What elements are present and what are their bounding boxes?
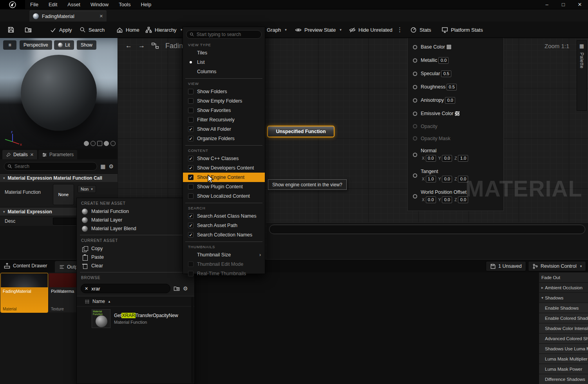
filter-item-show-localized-content[interactable]: Show Localized Content [183, 191, 265, 201]
checkbox[interactable] [188, 108, 194, 113]
pin-opacity[interactable]: Opacity [408, 120, 503, 132]
checkbox[interactable]: ✓ [188, 232, 194, 238]
checkbox[interactable]: ✓ [188, 223, 194, 228]
property-row-luma-mask-multiplier[interactable]: Luma Mask Multiplier [539, 354, 588, 364]
context-item-material-function[interactable]: Material Function [77, 207, 194, 216]
stats-search-box[interactable] [269, 225, 585, 234]
pin-value-input[interactable]: 0.0 [442, 176, 452, 182]
filter-item-thumbnail-edit-mode[interactable]: Thumbnail Edit Mode [183, 260, 265, 269]
unspecified-function-node[interactable]: Unspecified Function [267, 126, 335, 137]
close-button[interactable]: ✕ [572, 0, 588, 9]
pin-normal[interactable]: NormalX0.0Y0.0Z1.0 [408, 144, 503, 165]
pin-circle-icon[interactable] [413, 136, 417, 141]
color-swatch[interactable] [454, 111, 460, 116]
property-row-shadow-color-intensity[interactable]: Shadow Color Intensity [539, 323, 588, 334]
context-item-copy[interactable]: Copy [77, 244, 194, 253]
pin-anisotropy[interactable]: Anisotropy0.0 [408, 94, 503, 107]
filter-item-search-collection-names[interactable]: ✓Search Collection Names [183, 230, 265, 240]
property-row-ambient-occlusion[interactable]: ▸Ambient Occlusion [539, 283, 588, 293]
close-icon[interactable]: ✕ [30, 152, 34, 157]
graph-button[interactable]: Graph▾ [265, 24, 289, 35]
menu-help[interactable]: Help [136, 0, 156, 9]
checkbox[interactable] [188, 193, 194, 199]
preview-state-button[interactable]: Preview State▾ [293, 24, 344, 35]
tab-fadingmaterial[interactable]: FadingMaterial ✕ [29, 11, 107, 22]
graph-back-button[interactable]: ← [125, 42, 132, 50]
color-swatch[interactable] [446, 44, 452, 50]
menu-window[interactable]: Window [85, 0, 114, 9]
menu-edit[interactable]: Edit [43, 0, 62, 9]
menu-tools[interactable]: Tools [114, 0, 136, 9]
tab-parameters[interactable]: Parameters [38, 150, 77, 159]
settings-gear-icon[interactable]: ⚙ [109, 163, 114, 169]
filter-item-show-empty-folders[interactable]: Show Empty Folders [183, 96, 265, 106]
property-row-difference-shadows[interactable]: Difference Shadows [539, 374, 588, 384]
asset-search-field[interactable] [91, 286, 154, 292]
viewport-menu-button[interactable]: ≡ [3, 40, 16, 50]
property-row-enable-shadows[interactable]: Enable Shadows [539, 303, 588, 313]
pin-circle-icon[interactable] [413, 194, 417, 198]
preview-cylinder-button[interactable] [84, 141, 89, 146]
pin-emissive-color[interactable]: Emissive Color [408, 107, 503, 120]
pin-value-input[interactable]: 0.5 [441, 70, 451, 77]
pin-value-input[interactable]: 0.0 [445, 97, 455, 104]
filter-item-show-developers-content[interactable]: ✓Show Developers Content [183, 163, 265, 173]
unsaved-button[interactable]: 1 Unsaved [486, 261, 526, 271]
expand-arrow-icon[interactable]: ▸ [541, 285, 543, 290]
property-row-fade-out[interactable]: Fade Out [539, 272, 588, 283]
details-search-input[interactable] [4, 162, 97, 171]
property-row-shadows-use-luma-m[interactable]: Shadows Use Luma M [539, 344, 588, 354]
pin-value-input[interactable]: 0.0 [426, 197, 436, 203]
filter-item-search-asset-path[interactable]: ✓Search Asset Path [183, 221, 265, 230]
filter-item-show-folders[interactable]: Show Folders [183, 87, 265, 96]
save-button[interactable] [5, 24, 16, 35]
pin-value-input[interactable]: 1.0 [458, 155, 468, 162]
home-button[interactable]: Home [114, 24, 141, 35]
more-options-icon[interactable]: ⋮ [395, 24, 405, 35]
pin-value-input[interactable]: 0.0 [426, 155, 436, 162]
material-function-dropdown[interactable]: Non ▾ [78, 185, 96, 193]
context-item-clear[interactable]: Clear [77, 261, 194, 270]
checkbox[interactable] [188, 89, 194, 94]
filter-item-show-favorites[interactable]: Show Favorites [183, 106, 265, 115]
graph-forward-button[interactable]: → [138, 42, 145, 50]
checkbox[interactable]: ✓ [188, 213, 194, 219]
search-button[interactable]: Search [78, 24, 107, 35]
pin-value-input[interactable]: 1.0 [426, 176, 436, 182]
checkbox[interactable]: ✓ [188, 156, 194, 161]
checkbox[interactable] [188, 271, 194, 276]
sort-ascending-icon[interactable]: ▲ [108, 300, 111, 303]
checkbox[interactable]: ✓ [188, 175, 194, 180]
preview-sphere-button[interactable] [90, 141, 96, 146]
content-drawer-button[interactable]: Content Drawer [4, 263, 47, 269]
preview-mesh-button[interactable] [110, 141, 116, 146]
filter-item-show-c-classes[interactable]: ✓Show C++ Classes [183, 154, 265, 163]
display-filter-icon[interactable]: ▦ [100, 163, 105, 169]
preview-cube-button[interactable] [104, 141, 109, 146]
column-header-name[interactable]: Name [92, 299, 105, 304]
property-row-luma-mask-power[interactable]: Luma Mask Power [539, 364, 588, 374]
perspective-button[interactable]: Perspective [20, 40, 52, 50]
lit-mode-button[interactable]: Lit [54, 40, 74, 50]
pin-circle-icon[interactable] [413, 72, 417, 76]
menu-asset[interactable]: Asset [62, 0, 85, 9]
property-row-shadows[interactable]: ▾Shadows [539, 293, 588, 303]
menu-file[interactable]: File [25, 0, 43, 9]
filter-search-input[interactable] [186, 30, 262, 39]
scrollbar[interactable] [191, 297, 194, 383]
pin-circle-icon[interactable] [413, 98, 417, 103]
checkbox[interactable] [188, 98, 194, 104]
browse-to-asset-button[interactable] [23, 24, 34, 35]
pin-circle-icon[interactable] [413, 153, 417, 157]
filter-item-list[interactable]: List [183, 58, 265, 67]
filter-item-tiles[interactable]: Tiles [183, 48, 265, 58]
platform-stats-button[interactable]: Platform Stats [440, 24, 485, 35]
pin-circle-icon[interactable] [413, 173, 417, 178]
pin-metallic[interactable]: Metallic0.0 [408, 54, 503, 67]
clear-search-icon[interactable]: ✕ [85, 286, 88, 291]
checkbox[interactable]: ✓ [188, 126, 194, 132]
collapse-arrow-icon[interactable]: ▾ [541, 296, 543, 300]
filter-item-filter-recursively[interactable]: Filter Recursively [183, 115, 265, 124]
pin-value-input[interactable]: 0.0 [442, 155, 452, 162]
pin-circle-icon[interactable] [413, 58, 417, 63]
